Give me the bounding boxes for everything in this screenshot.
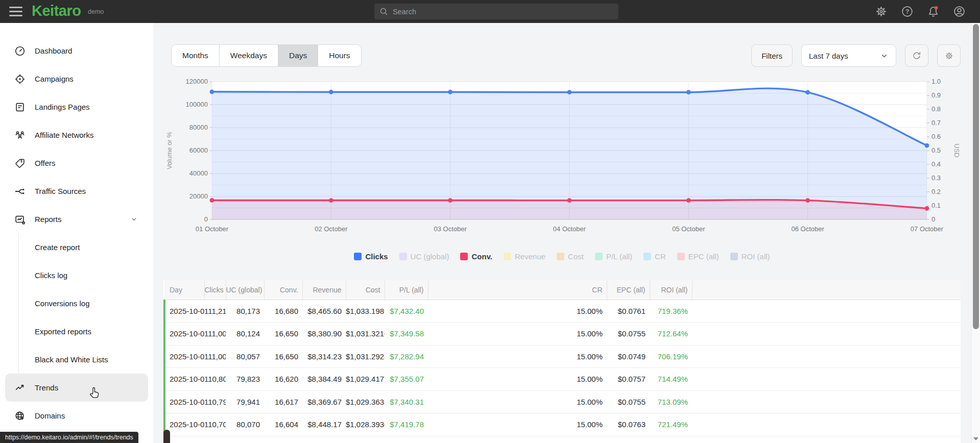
- scrollbar-down-arrow[interactable]: [973, 437, 978, 440]
- app-logo[interactable]: Keitaro: [32, 3, 81, 19]
- sidebar-item-label: Traffic Sources: [35, 187, 86, 195]
- sidebar-subitem-exported-reports[interactable]: Exported reports: [19, 317, 153, 346]
- legend-label: Revenue: [515, 252, 545, 261]
- date-range-select[interactable]: Last 7 days: [801, 44, 896, 67]
- table-cell: $597.6939: [346, 436, 385, 443]
- table-cell: $0.0757: [607, 368, 650, 391]
- menu-icon[interactable]: [9, 7, 22, 16]
- sidebar-item-label: Reports: [35, 215, 62, 224]
- column-header: Revenue: [302, 280, 346, 300]
- legend-swatch: [354, 253, 362, 260]
- svg-text:60000: 60000: [189, 146, 208, 154]
- tab-hours[interactable]: Hours: [318, 45, 361, 66]
- legend-label: EPC (all): [688, 252, 719, 261]
- svg-text:0.9: 0.9: [931, 91, 941, 99]
- sidebar-item-reports[interactable]: Reports: [0, 205, 153, 233]
- trends-chart: 01 October02 October03 October04 October…: [163, 73, 961, 267]
- table-cell: 64,40: [204, 436, 226, 443]
- table-cell: 713.09%: [650, 390, 692, 413]
- table-cell: $8,369.67: [302, 390, 346, 413]
- table-cell: $7,419.78: [385, 413, 428, 436]
- sidebar-item-landings-pages[interactable]: Landings Pages: [0, 93, 153, 121]
- svg-text:01 October: 01 October: [196, 225, 229, 233]
- sidebar-item-campaigns[interactable]: Campaigns: [0, 65, 153, 93]
- table-cell: 15.00%: [428, 345, 607, 368]
- sidebar-subitem-create-report[interactable]: Create report: [19, 233, 153, 261]
- column-header: UC (global): [226, 280, 264, 300]
- sidebar-item-dashboard[interactable]: Dashboard: [0, 37, 153, 65]
- table-cell: 2025-10-04: [164, 368, 204, 391]
- table-cell: 15.00%: [428, 413, 607, 436]
- trends-icon: [14, 382, 26, 393]
- legend-item[interactable]: P/L (all): [595, 252, 632, 261]
- scrollbar-thumb[interactable]: [973, 24, 979, 329]
- sidebar-item-trends[interactable]: Trends: [5, 374, 148, 402]
- svg-text:1.0: 1.0: [931, 78, 941, 85]
- svg-text:0.7: 0.7: [931, 119, 941, 127]
- search-input[interactable]: [393, 8, 613, 16]
- table-cell: 714.49%: [650, 368, 692, 391]
- settings-icon[interactable]: [875, 5, 888, 18]
- column-header: Clicks: [204, 280, 226, 300]
- table-cell: $1,029.4177: [346, 368, 385, 391]
- tab-weekdays[interactable]: Weekdays: [220, 45, 278, 66]
- table-cell: 80,173: [226, 300, 264, 323]
- sidebar-item-traffic-sources[interactable]: Traffic Sources: [0, 177, 153, 205]
- svg-text:20000: 20000: [189, 192, 208, 200]
- legend-item[interactable]: EPC (all): [677, 252, 719, 261]
- sidebar-subitem-clicks-log[interactable]: Clicks log: [19, 261, 153, 289]
- chevron-down-icon[interactable]: [130, 215, 138, 223]
- table-cell: 2025-10-03: [164, 345, 204, 368]
- table-cell: $8,384.49: [302, 368, 346, 391]
- scrollbar[interactable]: [971, 23, 980, 443]
- column-header: EPC (all): [607, 280, 650, 300]
- legend-item[interactable]: Revenue: [504, 252, 545, 261]
- svg-text:0.1: 0.1: [931, 202, 941, 209]
- table-cell: 80,124: [226, 323, 264, 346]
- table-cell: $0.0763: [607, 413, 650, 436]
- help-icon[interactable]: ?: [901, 5, 914, 18]
- table-cell: 15.00%: [428, 390, 607, 413]
- search-box[interactable]: [374, 4, 618, 19]
- chart-settings-button[interactable]: [937, 44, 961, 67]
- main-content: Months Weekdays Days Hours Filters Last …: [153, 23, 971, 443]
- sidebar-item-offers[interactable]: $ Offers: [0, 149, 153, 177]
- legend-item[interactable]: Clicks: [354, 252, 388, 261]
- sidebar-subitem-black-white-lists[interactable]: Black and White Lists: [19, 346, 153, 374]
- account-icon[interactable]: [953, 5, 966, 18]
- sidebar-item-domains[interactable]: Domains: [0, 402, 153, 430]
- sidebar-item-affiliate-networks[interactable]: Affiliate Networks: [0, 121, 153, 149]
- notifications-bell-icon[interactable]: [927, 5, 940, 18]
- legend-item[interactable]: ROI (all): [730, 252, 770, 261]
- table-cell: [692, 413, 961, 436]
- topbar: Keitaro demo ?: [0, 0, 980, 23]
- tab-months[interactable]: Months: [172, 45, 220, 66]
- table-cell: $1,033.1989: [346, 300, 385, 323]
- svg-text:05 October: 05 October: [672, 225, 705, 233]
- legend-item[interactable]: CR: [643, 252, 666, 261]
- svg-text:06 October: 06 October: [792, 225, 825, 233]
- table-row: 2025-10-02111,0080,12416,650$8,380.90$1,…: [164, 323, 961, 346]
- table-cell: $0.0755: [607, 323, 650, 346]
- column-header: Day: [164, 280, 204, 300]
- table-cell: $7,355.07: [385, 368, 428, 391]
- table-row: 2025-10-01111,2180,17316,680$8,465.60$1,…: [164, 300, 961, 323]
- landings-pages-icon: [14, 102, 26, 113]
- legend-swatch: [595, 253, 603, 260]
- sidebar-item-label: Dashboard: [35, 46, 72, 55]
- legend-item[interactable]: UC (global): [399, 252, 449, 261]
- svg-text:100000: 100000: [186, 101, 208, 108]
- sidebar-subitem-conversions-log[interactable]: Conversions log: [19, 289, 153, 317]
- sidebar-item-label: Campaigns: [35, 75, 74, 83]
- legend-item[interactable]: Cost: [557, 252, 584, 261]
- table-cell: 80,070: [226, 413, 264, 436]
- filters-button[interactable]: Filters: [751, 44, 793, 67]
- tab-days[interactable]: Days: [278, 45, 318, 66]
- table-cell: 111,21: [204, 300, 226, 323]
- refresh-button[interactable]: [905, 44, 928, 67]
- legend-item[interactable]: Conv.: [460, 252, 492, 261]
- svg-text:0: 0: [931, 215, 935, 223]
- trends-table: DayClicksUC (global)Conv.RevenueCostP/L …: [163, 280, 961, 443]
- svg-text:02 October: 02 October: [315, 225, 348, 233]
- table-cell: 2025-10-02: [164, 323, 204, 346]
